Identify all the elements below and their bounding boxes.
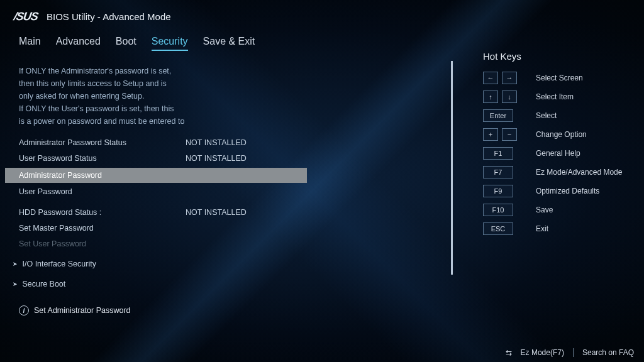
user-password[interactable]: User Password (0, 184, 453, 200)
hotkey-row: EnterSelect (483, 109, 631, 122)
ez-mode-button[interactable]: Ez Mode(F7) (521, 348, 564, 357)
hotkey-row: ESCExit (483, 222, 631, 235)
hotkey-row: F10Save (483, 204, 631, 216)
key-cap: ← (483, 72, 498, 84)
swap-icon: ⇆ (506, 348, 512, 357)
page-title: BIOS Utility - Advanced Mode (47, 11, 171, 22)
key-cap: F7 (483, 166, 513, 178)
brand-logo: /SUS (13, 10, 39, 23)
hotkey-label: Change Option (536, 130, 587, 139)
key-cap: → (502, 72, 517, 84)
security-panel: If ONLY the Administrator's password is … (0, 55, 453, 319)
security-description: If ONLY the Administrator's password is … (0, 61, 453, 131)
chevron-right-icon: ➤ (13, 281, 19, 287)
hotkeys-panel: Hot Keys ←→Select Screen↑↓Select ItemEnt… (453, 55, 644, 319)
info-icon: i (19, 305, 29, 315)
hotkey-label: Select Item (536, 92, 574, 101)
hotkey-row: ←→Select Screen (483, 72, 631, 84)
key-cap: F9 (483, 185, 513, 197)
key-cap: − (502, 128, 517, 141)
hotkeys-list: ←→Select Screen↑↓Select ItemEnterSelect+… (483, 72, 631, 235)
hotkey-row: F7Ez Mode/Advanced Mode (483, 166, 631, 178)
key-cap: F10 (483, 204, 513, 216)
tab-boot[interactable]: Boot (116, 36, 136, 51)
hotkey-label: Select Screen (536, 74, 583, 82)
hotkey-row: ↑↓Select Item (483, 90, 631, 103)
vertical-divider (451, 61, 453, 275)
key-cap: ESC (483, 222, 513, 235)
hotkeys-title: Hot Keys (483, 51, 631, 62)
key-cap: + (483, 128, 498, 141)
set-user-password: Set User Password (0, 236, 453, 252)
hotkey-label: Exit (536, 224, 548, 233)
hotkey-row: F1General Help (483, 147, 631, 160)
hotkey-label: Save (536, 206, 553, 214)
chevron-right-icon: ➤ (13, 261, 19, 267)
io-interface-security[interactable]: ➤ I/O Interface Security (0, 256, 453, 272)
help-line: i Set Administrator Password (0, 300, 453, 321)
tab-security[interactable]: Security (152, 36, 188, 51)
tab-main[interactable]: Main (19, 36, 41, 51)
tab-save-exit[interactable]: Save & Exit (203, 36, 255, 51)
hotkey-row: F9Optimized Defaults (483, 185, 631, 197)
hotkey-label: Optimized Defaults (536, 187, 599, 195)
header: /SUS BIOS Utility - Advanced Mode (0, 0, 644, 31)
footer: ⇆ Ez Mode(F7) Search on FAQ (506, 348, 634, 357)
key-cap: ↓ (502, 90, 517, 103)
key-cap: Enter (483, 109, 513, 122)
secure-boot[interactable]: ➤ Secure Boot (0, 277, 453, 292)
tab-advanced[interactable]: Advanced (56, 36, 101, 51)
hotkey-label: General Help (536, 149, 580, 158)
hotkey-row: +−Change Option (483, 128, 631, 141)
administrator-password[interactable]: Administrator Password (5, 168, 307, 184)
key-cap: ↑ (483, 90, 498, 103)
hotkey-label: Select (536, 111, 557, 120)
hotkey-label: Ez Mode/Advanced Mode (536, 168, 622, 177)
admin-password-status: Administrator Password Status NOT INSTAL… (0, 135, 453, 151)
user-password-status: User Password Status NOT INSTALLED (0, 151, 453, 167)
set-master-password[interactable]: Set Master Password (0, 221, 453, 236)
search-faq-button[interactable]: Search on FAQ (582, 348, 634, 357)
hdd-password-status: HDD Password Status : NOT INSTALLED (0, 205, 453, 221)
key-cap: F1 (483, 147, 513, 160)
